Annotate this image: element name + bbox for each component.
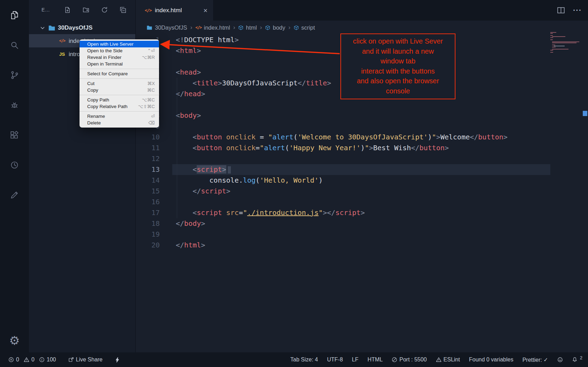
search-icon[interactable] (6, 37, 23, 53)
menu-item-select-for-compare[interactable]: Select for Compare (80, 70, 159, 77)
code-line-9[interactable] (172, 121, 550, 132)
status-bolt[interactable] (115, 357, 120, 363)
breadcrumb-label: script (301, 24, 315, 31)
menu-item-label: Open to the Side (87, 48, 122, 53)
menu-item-open-in-terminal[interactable]: Open in Terminal (80, 61, 159, 67)
line-number[interactable]: 16 (136, 197, 160, 207)
error-icon (8, 357, 14, 362)
code-line-11[interactable]: <button onclick="alert('Happy New Year!'… (172, 143, 550, 153)
new-file-icon[interactable] (64, 7, 71, 13)
root-folder-label: 30DaysOfJS (58, 24, 92, 31)
menu-item-shortcut: ⌥⌘R (142, 55, 155, 60)
breadcrumb-item-index-html[interactable]: </>index.html (195, 24, 230, 31)
minimap-line (550, 32, 556, 33)
menu-item-cut[interactable]: Cut⌘X (80, 80, 159, 87)
line-number[interactable]: 20 (136, 240, 160, 251)
menu-item-shortcut: ⌃⏎ (147, 48, 155, 53)
explorer-icon[interactable] (6, 7, 23, 23)
line-number[interactable]: 12 (136, 153, 160, 164)
line-number[interactable]: 10 (136, 132, 160, 143)
root-folder-row[interactable]: 30DaysOfJS (29, 22, 135, 34)
live-share-icon (68, 357, 74, 362)
status-prettier[interactable]: Prettier: ✓ (522, 357, 548, 363)
status-bell[interactable]: 2 (572, 357, 582, 362)
line-number[interactable]: 17 (136, 207, 160, 218)
split-editor-icon[interactable] (557, 6, 565, 15)
status-label: Port : 5500 (399, 357, 427, 363)
status-100[interactable]: 100 (39, 357, 56, 363)
status-utf-8[interactable]: UTF-8 (327, 357, 343, 363)
status-0[interactable]: 0 (8, 357, 19, 363)
refresh-explorer-icon[interactable] (101, 7, 108, 13)
annotation-line: console (342, 86, 453, 96)
minimap[interactable] (550, 32, 580, 53)
activity-bar: ⚙ (0, 0, 29, 352)
code-line-19[interactable] (172, 229, 550, 240)
tab-index-html[interactable]: </> index.html × (136, 0, 213, 21)
close-tab-icon[interactable]: × (203, 7, 208, 14)
context-menu: Open with Live ServerOpen to the Side⌃⏎R… (80, 39, 159, 128)
run-debug-icon[interactable] (6, 97, 23, 113)
menu-item-open-with-live-server[interactable]: Open with Live Server (80, 41, 159, 47)
history-icon[interactable] (6, 156, 23, 173)
source-control-icon[interactable] (6, 67, 23, 83)
status-html[interactable]: HTML (368, 357, 383, 363)
more-actions-icon[interactable]: ··· (573, 6, 582, 15)
status-tab-size-4[interactable]: Tab Size: 4 (291, 357, 318, 363)
menu-item-open-to-the-side[interactable]: Open to the Side⌃⏎ (80, 47, 159, 54)
code-line-14[interactable]: console.log('Hello, World') (172, 175, 550, 186)
menu-item-rename[interactable]: Rename⏎ (80, 113, 159, 120)
breadcrumb-item-html[interactable]: html (238, 24, 257, 31)
settings-gear-icon[interactable]: ⚙ (0, 334, 29, 347)
code-line-17[interactable]: <script src="./introduction.js"></script… (172, 207, 550, 218)
code-line-15[interactable]: </script> (172, 186, 550, 197)
status-port-5500[interactable]: Port : 5500 (392, 357, 427, 363)
menu-item-label: Copy Relative Path (87, 104, 128, 109)
status-label: Tab Size: 4 (291, 357, 318, 363)
breadcrumb-item-body[interactable]: body (265, 24, 285, 31)
edit-icon[interactable] (6, 186, 23, 203)
collapse-folders-icon[interactable] (120, 7, 126, 13)
menu-item-copy-path[interactable]: Copy Path⌥⌘C (80, 97, 159, 103)
new-folder-icon[interactable] (83, 7, 89, 13)
menu-separator (80, 78, 159, 79)
status-lf[interactable]: LF (352, 357, 359, 363)
status-found-0-variables[interactable]: Found 0 variables (469, 357, 513, 363)
explorer-header-title: E… (42, 7, 50, 13)
code-line-8[interactable]: <body> (172, 110, 550, 121)
code-line-10[interactable]: <button onclick = "alert('Welcome to 30D… (172, 132, 550, 143)
breadcrumb-label: body (273, 24, 285, 31)
status-label: 100 (47, 357, 56, 363)
warning-icon (24, 357, 29, 362)
menu-item-copy-relative-path[interactable]: Copy Relative Path⌥⇧⌘C (80, 103, 159, 110)
line-number[interactable]: 11 (136, 143, 160, 153)
status-left: 00100Live Share (8, 357, 120, 363)
code-line-7[interactable] (172, 99, 550, 110)
code-line-13[interactable]: <script> (172, 164, 550, 175)
minimap-line (552, 47, 556, 47)
line-number[interactable]: 13 (136, 164, 160, 175)
status-live-share[interactable]: Live Share (68, 357, 103, 363)
status-eslint[interactable]: ESLint (436, 357, 460, 363)
line-number[interactable]: 18 (136, 218, 160, 229)
minimap-line (550, 37, 553, 38)
extensions-icon[interactable] (6, 127, 23, 143)
line-number[interactable]: 19 (136, 229, 160, 240)
line-number[interactable]: 15 (136, 186, 160, 197)
code-line-20[interactable]: </html> (172, 240, 550, 251)
status-smiley[interactable] (557, 357, 563, 362)
minimap-line (550, 33, 553, 34)
code-line-12[interactable] (172, 153, 550, 164)
minimap-line (554, 46, 565, 46)
breadcrumb-item-script[interactable]: script (294, 24, 315, 31)
annotation-line: and also open the browser (342, 76, 453, 86)
line-number[interactable]: 14 (136, 175, 160, 186)
breadcrumb-item-30daysofjs[interactable]: 30DaysOfJS (146, 24, 187, 31)
minimap-line (550, 35, 553, 36)
code-line-16[interactable] (172, 197, 550, 207)
menu-item-reveal-in-finder[interactable]: Reveal in Finder⌥⌘R (80, 54, 159, 61)
code-line-18[interactable]: </body> (172, 218, 550, 229)
status-0[interactable]: 0 (24, 357, 35, 363)
menu-item-delete[interactable]: Delete⌫ (80, 120, 159, 126)
menu-item-copy[interactable]: Copy⌘C (80, 87, 159, 93)
